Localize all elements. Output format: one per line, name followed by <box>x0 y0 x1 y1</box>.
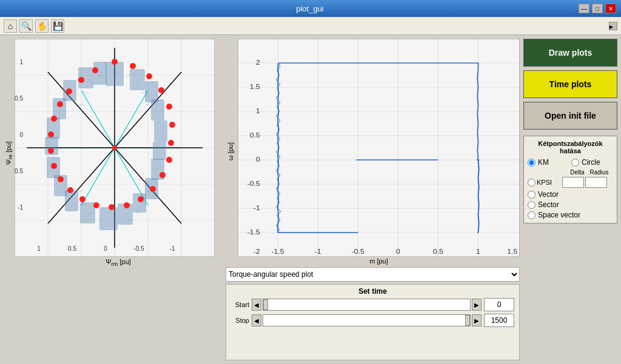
svg-text:-1: -1 <box>315 248 321 255</box>
kpsi-radio[interactable] <box>528 179 535 187</box>
svg-rect-42 <box>106 62 124 86</box>
svg-text:1: 1 <box>256 108 260 114</box>
plot-type-row: Torque-angular speed plot Flux plot Curr… <box>226 267 520 282</box>
stop-value: 1500 <box>484 314 514 327</box>
draw-plots-button[interactable]: Draw plots <box>523 39 617 67</box>
set-time-title: Set time <box>231 287 514 296</box>
svg-text:-0.5: -0.5 <box>133 245 144 252</box>
svg-rect-50 <box>133 193 146 213</box>
svg-point-74 <box>124 202 130 208</box>
close-button[interactable]: ✕ <box>605 4 616 13</box>
sector-radio[interactable] <box>528 201 535 209</box>
start-right-arrow[interactable]: ▶ <box>472 299 482 311</box>
left-x-axis-label: Ψrm [pu] <box>15 258 222 267</box>
stop-left-arrow[interactable]: ◀ <box>252 314 261 326</box>
svg-rect-44 <box>145 81 158 102</box>
svg-point-75 <box>109 204 115 210</box>
svg-text:1.5: 1.5 <box>507 248 517 255</box>
stop-right-arrow[interactable]: ▶ <box>472 314 482 326</box>
svg-point-72 <box>150 186 156 192</box>
save-icon[interactable]: 💾 <box>51 19 64 33</box>
svg-point-87 <box>92 67 98 73</box>
stop-slider-track[interactable] <box>263 314 471 326</box>
pan-icon[interactable]: ✋ <box>35 19 49 33</box>
radius-input[interactable]: 1 <box>585 177 607 188</box>
space-vector-radio[interactable] <box>528 211 535 219</box>
svg-text:0.5: 0.5 <box>68 245 76 252</box>
start-slider-thumb[interactable] <box>263 299 268 310</box>
svg-text:0.5: 0.5 <box>433 248 443 255</box>
svg-point-77 <box>79 196 86 202</box>
svg-text:0.5: 0.5 <box>250 132 260 139</box>
svg-text:1: 1 <box>37 245 41 252</box>
svg-text:-1.5: -1.5 <box>272 248 284 255</box>
svg-rect-53 <box>80 202 95 223</box>
plot-type-select[interactable]: Torque-angular speed plot Flux plot Curr… <box>226 267 520 282</box>
svg-point-88 <box>112 145 117 150</box>
zoom-icon[interactable]: 🔍 <box>19 19 33 33</box>
sector-label: Sector <box>538 200 559 209</box>
svg-point-82 <box>48 131 54 137</box>
svg-point-68 <box>169 122 175 128</box>
circle-radio-row: Circle <box>571 158 613 167</box>
svg-rect-43 <box>130 69 145 90</box>
start-slider-track[interactable] <box>263 299 471 311</box>
svg-point-84 <box>57 101 63 107</box>
svg-text:2: 2 <box>256 59 260 66</box>
circle-label: Circle <box>582 158 600 167</box>
time-plots-button[interactable]: Time plots <box>523 70 617 98</box>
space-vector-radio-row: Space vector <box>528 211 613 219</box>
right-x-axis-label: m [pu] <box>238 257 520 265</box>
svg-point-66 <box>158 87 164 93</box>
left-plot-container: Ψre [pu] <box>4 39 222 360</box>
svg-text:1: 1 <box>19 59 23 65</box>
delta-input[interactable]: 0.04 <box>562 177 584 188</box>
start-left-arrow[interactable]: ◀ <box>252 299 261 311</box>
toolbar: ⌂ 🔍 ✋ 💾 ▸ <box>0 17 621 35</box>
set-time-panel: Set time Start ◀ ▶ 0 Stop ◀ <box>226 284 520 360</box>
svg-rect-52 <box>99 207 118 230</box>
svg-text:0.5: 0.5 <box>15 95 23 102</box>
collapse-icon[interactable]: ▸ <box>609 22 617 30</box>
control-panel-title: Kétpontszabályozók hatása <box>528 140 613 154</box>
svg-text:0: 0 <box>396 248 400 255</box>
svg-text:-0.5: -0.5 <box>247 180 260 187</box>
space-vector-label: Space vector <box>538 211 580 219</box>
title-bar: plot_gui — □ ✕ <box>0 0 621 17</box>
sector-radio-row: Sector <box>528 200 613 209</box>
svg-text:-1: -1 <box>18 204 23 211</box>
svg-point-81 <box>48 148 54 154</box>
right-panel: Draw plots Time plots Open init file Két… <box>523 39 617 360</box>
circle-radio[interactable] <box>571 159 579 167</box>
vector-radio[interactable] <box>528 191 535 199</box>
svg-point-70 <box>166 157 172 163</box>
svg-text:-1: -1 <box>170 245 175 252</box>
open-init-button[interactable]: Open init file <box>523 102 617 130</box>
svg-point-65 <box>146 73 152 79</box>
svg-rect-46 <box>154 121 167 142</box>
km-radio[interactable] <box>528 159 535 167</box>
svg-point-71 <box>159 172 166 178</box>
svg-point-67 <box>166 104 172 110</box>
delta-header: Delta <box>566 169 588 176</box>
svg-point-63 <box>112 59 118 65</box>
svg-rect-45 <box>151 99 164 121</box>
svg-point-69 <box>168 140 174 146</box>
maximize-button[interactable]: □ <box>592 4 603 13</box>
home-icon[interactable]: ⌂ <box>4 19 17 33</box>
right-y-axis-label: ω [pu] <box>226 39 237 265</box>
minimize-button[interactable]: — <box>579 4 589 13</box>
svg-point-76 <box>93 202 99 208</box>
kpsi-label: KPSI <box>537 179 561 186</box>
svg-text:0: 0 <box>104 245 107 252</box>
km-radio-row: KM <box>528 158 569 167</box>
vector-label: Vector <box>538 190 559 199</box>
center-section: ω [pu] <box>226 39 520 360</box>
control-panel: Kétpontszabályozók hatása KM Circle Delt… <box>523 136 617 223</box>
svg-point-73 <box>138 196 144 202</box>
svg-text:1: 1 <box>476 248 480 255</box>
stop-slider-thumb[interactable] <box>465 315 470 326</box>
svg-text:0: 0 <box>256 156 260 163</box>
stop-label: Stop <box>231 317 249 324</box>
svg-point-86 <box>78 77 84 83</box>
